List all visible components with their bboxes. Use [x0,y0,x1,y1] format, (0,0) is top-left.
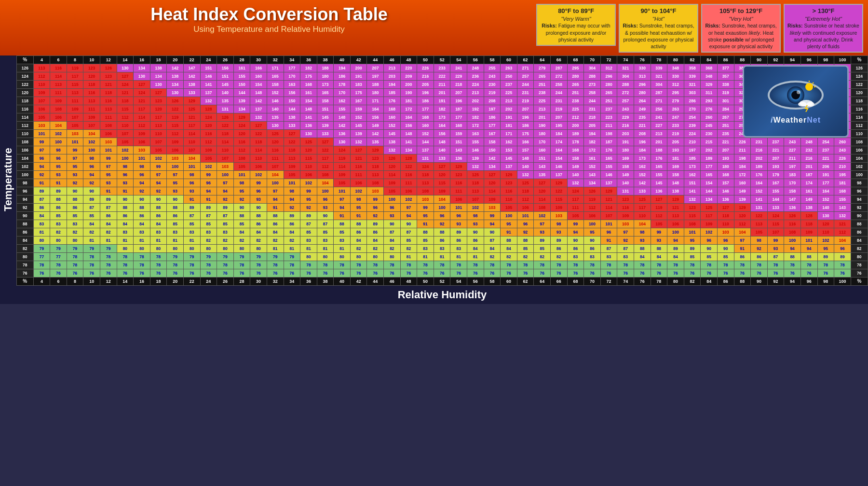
heat-index-cell: 232 [800,146,817,154]
col-header-humidity: 16 [134,56,150,64]
heat-index-cell: 114 [334,163,351,171]
heat-index-cell: 116 [450,179,467,187]
temp-label-last: 116 [851,105,868,113]
heat-index-cell: 163 [284,81,300,89]
heat-index-cell: 119 [67,64,83,72]
heat-index-cell: 76 [584,269,601,278]
risk-box-extremely-hot: > 130°F "Extremely Hot" Risks: Sunstroke… [784,4,863,53]
heat-index-cell: 177 [284,64,300,72]
col-header-percent-last: % [851,278,868,286]
heat-index-cell: 76 [200,269,217,278]
heat-index-cell: 85 [334,228,351,236]
heat-index-cell: 91 [501,228,517,236]
heat-index-cell: 87 [317,220,334,228]
heat-index-cell: 82 [100,228,117,236]
heat-index-cell: 78 [67,261,83,269]
heat-index-cell: 121 [667,204,684,212]
heat-index-cell: 187 [600,138,617,146]
heat-index-cell: 136 [651,187,667,195]
heat-index-cell: 94 [567,228,584,236]
heat-index-cell: 111 [350,171,367,179]
col-header-humidity: 74 [617,278,634,286]
heat-index-cell: 244 [517,81,534,89]
heat-index-cell: 78 [50,261,67,269]
heat-index-cell: 120 [150,105,167,113]
table-row: 1101011021031041061071091101121141161181… [17,130,868,138]
col-header-humidity: 100 [834,56,851,64]
heat-index-cell: 148 [250,89,267,97]
heat-index-cell: 106 [33,105,50,113]
heat-index-cell: 88 [150,204,167,212]
heat-index-cell: 78 [751,261,768,269]
heat-index-cell: 107 [150,138,167,146]
heat-index-cell: 85 [701,253,718,261]
temp-label-last: 98 [851,179,868,187]
heat-index-cell: 117 [567,195,584,204]
heat-index-cell: 126 [384,154,401,163]
heat-index-cell: 76 [83,269,100,278]
heat-index-cell: 130 [267,122,284,130]
heat-index-cell: 134 [400,146,417,154]
heat-index-cell: 126 [100,64,117,72]
heat-index-cell: 258 [551,81,568,89]
heat-index-cell: 96 [83,163,100,171]
heat-index-cell: 104 [317,179,334,187]
heat-index-cell: 76 [367,269,384,278]
table-row: 1161061081091111131151171201221251281311… [17,105,868,113]
heat-index-cell: 122 [250,130,267,138]
table-row: 1261131161191231261301341381421471511561… [17,64,868,72]
heat-index-cell: 251 [600,97,617,105]
heat-index-cell: 136 [334,130,351,138]
heat-index-cell: 101 [800,236,817,245]
col-header-humidity: 26 [217,56,234,64]
col-header-humidity: 56 [467,56,484,64]
heat-index-cell: 76 [567,269,584,278]
col-header-humidity: 24 [200,278,217,286]
heat-index-cell: 116 [501,187,517,195]
heat-index-cell: 106 [100,130,117,138]
temp-label: 90 [17,212,34,220]
col-header-humidity: 96 [800,56,817,64]
heat-index-cell: 82 [83,228,100,236]
heat-index-cell: 108 [784,228,801,236]
heat-index-cell: 145 [651,179,667,187]
heat-index-cell: 219 [517,97,534,105]
heat-index-cell: 140 [617,179,634,187]
heat-index-cell: 121 [350,154,367,163]
heat-index-cell: 108 [317,171,334,179]
heat-index-cell: 140 [517,163,534,171]
temp-label-last: 86 [851,228,868,236]
heat-index-cell: 219 [551,105,568,113]
heat-index-cell: 90 [233,204,250,212]
heat-index-cell: 79 [250,253,267,261]
heat-index-cell: 84 [367,236,384,245]
heat-index-cell: 97 [150,171,167,179]
heat-index-cell: 236 [467,72,484,81]
svg-line-8 [813,83,814,83]
col-header-humidity: 22 [183,56,200,64]
heat-index-cell: 91 [267,204,284,212]
heat-index-cell: 221 [817,154,834,163]
col-header-humidity: 8 [67,278,83,286]
heat-index-cell: 168 [450,122,467,130]
heat-index-cell: 139 [233,97,250,105]
risk-range-2: 90° to 104°F [623,7,694,15]
heat-index-cell: 97 [400,204,417,212]
heat-index-cell: 223 [600,113,617,122]
temp-label-last: 90 [851,212,868,220]
col-header-humidity: 78 [651,56,667,64]
heat-index-cell: 110 [300,163,317,171]
heat-index-cell: 82 [501,253,517,261]
heat-index-cell: 78 [217,261,234,269]
heat-index-cell: 101 [33,130,50,138]
heat-index-cell: 103 [717,228,734,236]
heat-index-cell: 98 [117,163,134,171]
table-row: 1181071091111131161181211231261291321351… [17,97,868,105]
col-header-humidity: 96 [800,278,817,286]
heat-index-cell: 105 [200,154,217,163]
heat-index-cell: 76 [67,269,83,278]
heat-index-cell: 78 [250,261,267,269]
heat-index-cell: 276 [701,105,718,113]
col-header-humidity: 48 [400,278,417,286]
heat-index-cell: 125 [267,130,284,138]
